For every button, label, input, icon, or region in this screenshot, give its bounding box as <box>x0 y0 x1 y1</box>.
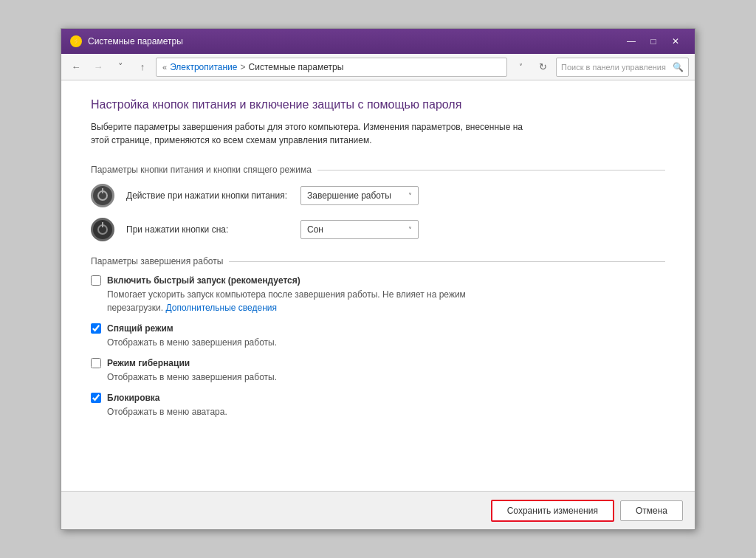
sleep-icon-inner <box>97 224 108 235</box>
lock-row: Блокировка Отображать в меню аватара. <box>91 393 665 418</box>
back-button[interactable]: ← <box>67 58 85 76</box>
power-button-value: Завершение работы <box>307 190 391 201</box>
fast-boot-link[interactable]: Дополнительные сведения <box>165 303 276 313</box>
sleep-mode-desc: Отображать в меню завершения работы. <box>107 336 665 349</box>
power-button-dropdown[interactable]: Завершение работы ˅ <box>300 186 419 205</box>
restore-button[interactable]: □ <box>643 33 664 49</box>
lock-checkbox[interactable] <box>91 393 101 403</box>
power-dropdown-arrow: ˅ <box>408 192 412 200</box>
power-button-row: Действие при нажатии кнопки питания: Зав… <box>91 184 665 207</box>
sleep-button-label: При нажатии кнопки сна: <box>126 224 289 235</box>
hibernate-row: Режим гибернации Отображать в меню завер… <box>91 358 665 384</box>
hibernate-checkbox[interactable] <box>91 358 101 368</box>
breadcrumb-separator: > <box>241 62 246 72</box>
minimize-button[interactable]: — <box>621 33 642 49</box>
cancel-button[interactable]: Отмена <box>620 500 683 521</box>
search-icon: 🔍 <box>673 62 684 72</box>
dropdown-button[interactable]: ˅ <box>111 58 129 76</box>
main-window: ⚡ Системные параметры — □ ✕ ← → ˅ ↑ « Эл… <box>61 28 695 530</box>
lock-label[interactable]: Блокировка <box>107 393 160 403</box>
refresh-button[interactable]: ↻ <box>534 58 551 76</box>
breadcrumb-root: « <box>162 63 167 72</box>
hibernate-item: Режим гибернации <box>91 358 665 368</box>
fast-boot-label[interactable]: Включить быстрый запуск (рекомендуется) <box>107 275 300 286</box>
title-bar-controls: — □ ✕ <box>621 33 686 49</box>
search-placeholder: Поиск в панели управления <box>561 63 666 72</box>
up-button[interactable]: ↑ <box>134 58 151 76</box>
power-buttons-header: Параметры кнопки питания и кнопки спящег… <box>91 165 665 175</box>
page-title: Настройка кнопок питания и включение защ… <box>91 98 665 111</box>
sleep-button-row: При нажатии кнопки сна: Сон ˅ <box>91 218 665 241</box>
shutdown-section: Параметры завершения работы Включить быс… <box>91 256 665 418</box>
breadcrumb-current: Системные параметры <box>249 62 344 72</box>
power-icon-inner <box>97 190 108 201</box>
address-bar: ← → ˅ ↑ « Электропитание > Системные пар… <box>61 54 695 80</box>
title-bar-left: ⚡ Системные параметры <box>70 35 183 47</box>
sleep-mode-checkbox[interactable] <box>91 323 101 334</box>
page-description: Выберите параметры завершения работы для… <box>91 120 665 147</box>
window-title: Системные параметры <box>88 36 183 46</box>
hibernate-label[interactable]: Режим гибернации <box>107 358 190 368</box>
close-button[interactable]: ✕ <box>665 33 686 49</box>
sleep-mode-item: Спящий режим <box>91 323 665 334</box>
fast-boot-row: Включить быстрый запуск (рекомендуется) … <box>91 275 665 314</box>
sleep-mode-label[interactable]: Спящий режим <box>107 323 173 334</box>
fast-boot-desc: Помогает ускорить запуск компьютера посл… <box>107 288 665 314</box>
breadcrumb: « Электропитание > Системные параметры <box>156 58 507 77</box>
forward-button[interactable]: → <box>89 58 107 76</box>
breadcrumb-link-power[interactable]: Электропитание <box>170 62 237 72</box>
content-area: Настройка кнопок питания и включение защ… <box>61 80 695 491</box>
shutdown-header: Параметры завершения работы <box>91 256 665 266</box>
window-icon: ⚡ <box>70 35 82 47</box>
footer: Сохранить изменения Отмена <box>61 491 695 529</box>
sleep-dropdown-arrow: ˅ <box>408 226 412 234</box>
sleep-button-icon <box>91 218 114 241</box>
sleep-button-dropdown[interactable]: Сон ˅ <box>300 220 419 239</box>
sleep-mode-row: Спящий режим Отображать в меню завершени… <box>91 323 665 349</box>
power-button-label: Действие при нажатии кнопки питания: <box>126 190 289 201</box>
hibernate-desc: Отображать в меню завершения работы. <box>107 371 665 384</box>
fast-boot-item: Включить быстрый запуск (рекомендуется) <box>91 275 665 286</box>
power-button-icon <box>91 184 114 207</box>
dropdown-addr-button[interactable]: ˅ <box>512 58 529 76</box>
lock-desc: Отображать в меню аватара. <box>107 405 665 418</box>
save-button[interactable]: Сохранить изменения <box>491 500 614 522</box>
sleep-button-value: Сон <box>307 224 323 235</box>
search-bar[interactable]: Поиск в панели управления 🔍 <box>556 58 689 77</box>
fast-boot-checkbox[interactable] <box>91 275 101 286</box>
power-buttons-section: Параметры кнопки питания и кнопки спящег… <box>91 165 665 241</box>
title-bar: ⚡ Системные параметры — □ ✕ <box>61 29 695 54</box>
lock-item: Блокировка <box>91 393 665 403</box>
